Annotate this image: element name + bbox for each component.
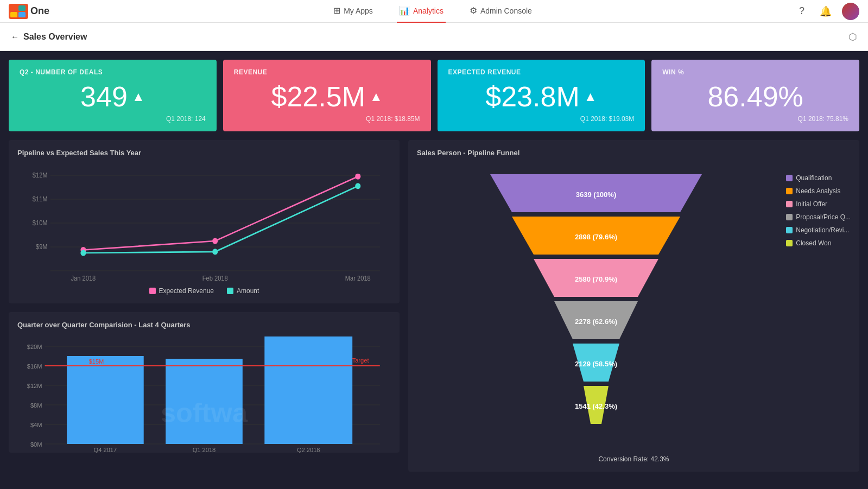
svg-text:$10M: $10M [33, 219, 48, 227]
svg-text:Mar 2018: Mar 2018 [345, 274, 371, 282]
right-column: Sales Person - Pipeline Funnel 3639 (100… [408, 140, 859, 480]
legend-dot-expected [149, 288, 156, 294]
kpi-card-win_pct[interactable]: WIN % 86.49% Q1 2018: 75.81% [651, 60, 859, 131]
line-chart-legend: Expected Revenue Amount [17, 287, 391, 295]
logo-text: One [30, 5, 49, 17]
funnel-svg-area: 3639 (100%) 2898 (79.6%) 2580 (70.9%) 22… [417, 169, 775, 451]
svg-text:2580 (70.9%): 2580 (70.9%) [575, 275, 617, 283]
svg-text:Feb 2018: Feb 2018 [202, 274, 228, 282]
svg-point-20 [212, 249, 218, 255]
svg-text:$9M: $9M [36, 243, 48, 251]
funnel-legend-item-negotiation/revi...: Negotiation/Revi... [786, 226, 851, 234]
kpi-arrow-revenue: ▲ [370, 89, 383, 104]
funnel-legend-item-closed-won: Closed Won [786, 239, 851, 247]
grid-icon: ⊞ [333, 5, 340, 16]
analytics-icon: 📊 [399, 5, 410, 16]
funnel-legend-item-proposal/price-q...: Proposal/Price Q... [786, 213, 851, 221]
line-chart-section: Pipeline vs Expected Sales This Year $12… [9, 140, 400, 303]
bar-chart-section: Quarter over Quarter Comparision - Last … [9, 312, 400, 453]
funnel-svg: 3639 (100%) 2898 (79.6%) 2580 (70.9%) 22… [479, 169, 713, 451]
legend-square [786, 227, 793, 233]
top-nav: One ⊞ My Apps 📊 Analytics ⚙ Admin Consol… [0, 0, 868, 23]
kpi-value-win_pct: 86.49% [662, 80, 848, 113]
legend-amount: Amount [227, 287, 259, 295]
svg-text:$12M: $12M [27, 383, 42, 389]
svg-text:$12M: $12M [33, 172, 48, 179]
svg-text:$4M: $4M [30, 422, 42, 428]
kpi-value-deals: 349 ▲ [20, 80, 206, 113]
nav-links: ⊞ My Apps 📊 Analytics ⚙ Admin Console [71, 0, 794, 23]
user-avatar[interactable] [842, 3, 859, 20]
kpi-prev-deals: Q1 2018: 124 [20, 115, 206, 123]
nav-analytics[interactable]: 📊 Analytics [397, 0, 446, 23]
kpi-prev-win_pct: Q1 2018: 75.81% [662, 115, 848, 123]
svg-text:Q1 2018: Q1 2018 [193, 447, 216, 453]
funnel-legend: Qualification Needs Analysis Initial Off… [786, 169, 851, 247]
legend-square [786, 188, 793, 194]
svg-point-17 [212, 238, 218, 244]
bar-chart-title: Quarter over Quarter Comparision - Last … [17, 321, 391, 329]
charts-row: Pipeline vs Expected Sales This Year $12… [9, 140, 859, 480]
nav-my-apps[interactable]: ⊞ My Apps [331, 0, 375, 23]
kpi-label-deals: Q2 - NUMBER OF DEALS [20, 68, 206, 76]
svg-rect-1 [18, 5, 26, 11]
kpi-label-revenue: REVENUE [234, 68, 420, 76]
left-column: Pipeline vs Expected Sales This Year $12… [9, 140, 400, 480]
svg-text:$0M: $0M [30, 441, 42, 448]
bar-chart-svg: $0M $4M $8M $12M $16M $20M [17, 335, 391, 455]
help-icon[interactable]: ? [794, 4, 809, 19]
gear-icon: ⚙ [470, 5, 477, 16]
kpi-card-revenue[interactable]: REVENUE $22.5M ▲ Q1 2018: $18.85M [223, 60, 431, 131]
funnel-section: Sales Person - Pipeline Funnel 3639 (100… [408, 140, 859, 472]
nav-right: ? 🔔 [794, 3, 859, 20]
bar-q2-2018[interactable] [264, 336, 352, 444]
kpi-prev-revenue: Q1 2018: $18.85M [234, 115, 420, 123]
zoho-logo: One [9, 4, 49, 19]
back-button[interactable]: ← Sales Overview [11, 32, 87, 42]
svg-text:1541 (42.3%): 1541 (42.3%) [575, 402, 617, 410]
legend-square [786, 240, 793, 246]
svg-text:3639 (100%): 3639 (100%) [576, 190, 616, 199]
sub-header: ← Sales Overview ⬡ [0, 23, 868, 51]
line-chart-area: $12M $11M $10M $9M Jan 2018 Feb 2018 Mar… [17, 163, 391, 283]
conversion-rate: Conversion Rate: 42.3% [417, 455, 851, 463]
line-chart-title: Pipeline vs Expected Sales This Year [17, 149, 391, 157]
kpi-card-expected_revenue[interactable]: EXPECTED REVENUE $23.8M ▲ Q1 2018: $19.0… [438, 60, 645, 131]
sub-header-right: ⬡ [848, 31, 857, 43]
svg-rect-3 [18, 12, 26, 17]
main-content: Q2 - NUMBER OF DEALS 349 ▲ Q1 2018: 124 … [0, 51, 868, 489]
svg-text:$16M: $16M [27, 363, 42, 370]
notification-icon[interactable]: 🔔 [818, 4, 833, 19]
bar-chart-area: $0M $4M $8M $12M $16M $20M [17, 335, 391, 444]
kpi-label-win_pct: WIN % [662, 68, 848, 76]
svg-text:$11M: $11M [33, 195, 48, 203]
funnel-legend-item-qualification: Qualification [786, 174, 851, 182]
legend-dot-amount [227, 288, 233, 294]
kpi-card-deals[interactable]: Q2 - NUMBER OF DEALS 349 ▲ Q1 2018: 124 [9, 60, 217, 131]
page-title: Sales Overview [23, 32, 87, 42]
nav-admin-console[interactable]: ⚙ Admin Console [467, 0, 534, 23]
legend-square [786, 214, 793, 220]
kpi-label-expected_revenue: EXPECTED REVENUE [448, 68, 635, 76]
legend-expected-revenue: Expected Revenue [149, 287, 214, 295]
svg-rect-0 [10, 5, 17, 11]
zoho-icon [9, 4, 28, 19]
avatar-image [842, 3, 859, 20]
svg-point-21 [355, 183, 360, 189]
svg-text:Jan 2018: Jan 2018 [71, 274, 96, 282]
external-link-icon[interactable]: ⬡ [848, 31, 857, 43]
svg-text:Target: Target [352, 357, 369, 364]
svg-text:Q2 2018: Q2 2018 [297, 447, 320, 453]
back-arrow: ← [11, 32, 19, 41]
svg-text:$8M: $8M [30, 402, 42, 409]
svg-text:softwa: softwa [161, 397, 248, 428]
svg-rect-2 [10, 12, 17, 17]
funnel-container: 3639 (100%) 2898 (79.6%) 2580 (70.9%) 22… [417, 163, 851, 451]
kpi-arrow-deals: ▲ [132, 89, 145, 104]
svg-text:2278 (62.6%): 2278 (62.6%) [575, 317, 617, 326]
funnel-title: Sales Person - Pipeline Funnel [417, 149, 851, 157]
kpi-arrow-expected_revenue: ▲ [584, 89, 597, 104]
bar-q4-2017[interactable] [67, 356, 144, 444]
kpi-prev-expected_revenue: Q1 2018: $19.03M [448, 115, 635, 123]
svg-point-19 [80, 250, 86, 256]
